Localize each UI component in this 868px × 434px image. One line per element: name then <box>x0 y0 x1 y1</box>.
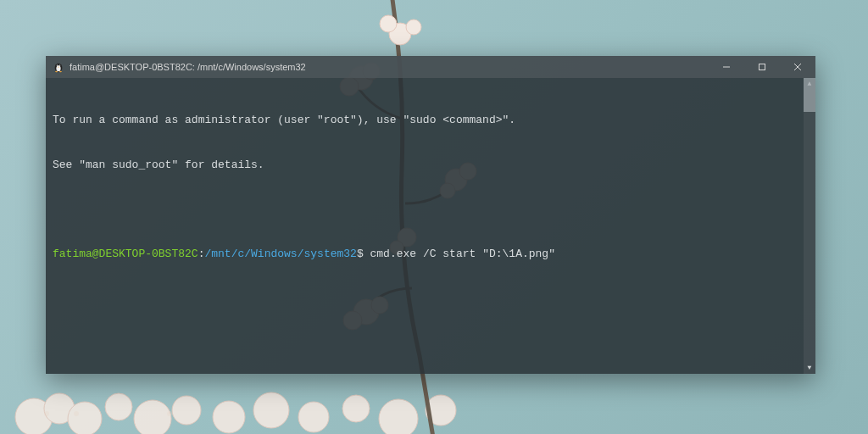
svg-point-35 <box>55 71 58 72</box>
svg-point-20 <box>213 401 245 433</box>
svg-point-21 <box>253 392 289 428</box>
motd-line-1: To run a command as administrator (user … <box>53 113 809 128</box>
svg-point-36 <box>59 71 62 72</box>
svg-point-23 <box>342 395 370 422</box>
maximize-button[interactable] <box>744 56 780 78</box>
svg-point-28 <box>167 411 172 416</box>
svg-point-34 <box>59 65 60 66</box>
scroll-down-icon[interactable]: ▼ <box>804 362 815 374</box>
svg-point-10 <box>380 15 397 32</box>
background-flowers-bottom <box>0 366 868 434</box>
svg-point-22 <box>298 402 329 432</box>
svg-point-16 <box>68 402 102 434</box>
scrollbar-track[interactable]: ▲ ▼ <box>804 78 815 374</box>
terminal-window: fatima@DESKTOP-0BST82C: /mnt/c/Windows/s… <box>46 56 815 374</box>
svg-point-27 <box>74 411 79 416</box>
prompt-user-host: fatima@DESKTOP-0BST82C <box>53 248 198 260</box>
prompt-path: /mnt/c/Windows/system32 <box>204 248 356 260</box>
svg-point-26 <box>44 411 49 416</box>
svg-point-33 <box>57 65 58 66</box>
blank-line <box>53 202 809 217</box>
prompt-line: fatima@DESKTOP-0BST82C:/mnt/c/Windows/sy… <box>53 247 809 262</box>
svg-point-11 <box>406 19 421 35</box>
scrollbar-thumb[interactable] <box>804 78 815 112</box>
penguin-icon <box>53 61 64 73</box>
minimize-button[interactable] <box>709 56 744 78</box>
svg-point-17 <box>105 393 132 420</box>
svg-point-18 <box>134 400 171 434</box>
window-titlebar[interactable]: fatima@DESKTOP-0BST82C: /mnt/c/Windows/s… <box>46 56 815 78</box>
svg-point-24 <box>379 399 418 434</box>
svg-point-30 <box>56 65 60 71</box>
svg-rect-38 <box>760 64 765 70</box>
close-button[interactable] <box>780 56 815 78</box>
terminal-body[interactable]: To run a command as administrator (user … <box>46 78 815 374</box>
window-title: fatima@DESKTOP-0BST82C: /mnt/c/Windows/s… <box>70 62 306 72</box>
motd-line-2: See "man sudo_root" for details. <box>53 158 809 173</box>
svg-point-15 <box>44 393 75 424</box>
svg-point-25 <box>426 395 456 426</box>
svg-point-19 <box>172 396 201 425</box>
svg-point-9 <box>389 23 411 45</box>
prompt-dollar: $ <box>357 248 364 260</box>
command-text: cmd.exe /C start "D:\1A.png" <box>364 248 555 260</box>
svg-point-14 <box>15 398 53 434</box>
